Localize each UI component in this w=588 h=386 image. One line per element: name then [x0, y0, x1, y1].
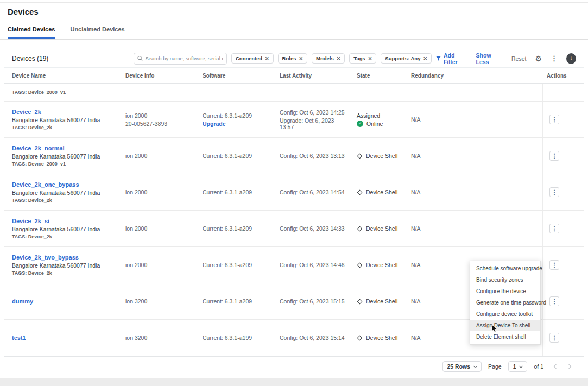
upgrade-link[interactable]: Upgrade	[203, 121, 271, 127]
software-cell: Current: 6.3.1-a209	[198, 211, 275, 246]
row-actions-kebab-icon[interactable]: ⋮	[549, 187, 559, 197]
filter-chip[interactable]: Tags ✕	[349, 53, 376, 64]
row-actions-kebab-icon[interactable]: ⋮	[549, 296, 559, 306]
device-name-link[interactable]: Device_2k_one_bypass	[12, 181, 113, 188]
device-model: ion 2000	[125, 262, 194, 268]
last-activity-cell: Config: Oct 6, 2023 14:46	[275, 247, 352, 283]
config-activity: Config: Oct 6, 2023 15:14	[280, 334, 348, 341]
column-header: Device Info	[121, 68, 198, 84]
toolbar-right: Add Filter Show Less Reset ⚙ ⋮ ↓	[436, 52, 576, 65]
filter-chip-label: Models	[316, 55, 334, 61]
device-shell-icon	[357, 335, 363, 340]
actions-cell: ⋮	[542, 84, 584, 101]
actions-cell: ⋮	[542, 283, 584, 319]
device-model: ion 3200	[125, 334, 194, 341]
page-select[interactable]: 1	[508, 361, 528, 372]
context-menu-item[interactable]: Generate one-time password	[470, 297, 540, 308]
device-name-link[interactable]: Device_2k	[12, 109, 113, 115]
settings-gear-icon[interactable]: ⚙	[535, 54, 542, 63]
row-actions-kebab-icon[interactable]: ⋮	[549, 333, 559, 343]
software-cell: Current: 6.3.1-a209	[198, 174, 275, 210]
tab[interactable]: Unclaimed Devices	[70, 26, 124, 39]
device-tags: TAGS: Device_2000_v1	[12, 161, 113, 167]
redundancy-cell: N/A	[407, 138, 542, 174]
page-label: Page	[488, 363, 502, 370]
chip-close-icon[interactable]: ✕	[423, 56, 427, 61]
state-badge: ✓ Device Shell	[357, 298, 402, 305]
device-model: ion 2000	[125, 153, 194, 159]
device-name-link[interactable]: Device_2k_si	[12, 218, 113, 224]
search-input[interactable]	[145, 55, 223, 61]
table-row: Device_2k Bangalore Karnataka 560077 Ind…	[4, 102, 584, 138]
next-page-icon[interactable]	[567, 364, 571, 369]
software-cell: Current: 6.3.1-a209 Upgrade	[198, 102, 275, 137]
row-actions-kebab-icon[interactable]: ⋮	[549, 260, 559, 270]
rows-per-page-select[interactable]: 25 Rows	[442, 361, 482, 372]
state-label: Device Shell	[366, 298, 397, 305]
mouse-cursor	[491, 325, 498, 333]
filter-chip[interactable]: Supports: Any ✕	[381, 53, 432, 64]
upgrade-activity: Upgrade: Oct 6, 2023 13:57	[280, 117, 348, 130]
device-shell-icon	[357, 226, 363, 231]
state-badge: ✓ Device Shell	[357, 225, 402, 232]
row-actions-kebab-icon[interactable]: ⋮	[549, 151, 559, 161]
last-activity-cell: Config: Oct 6, 2023 14:33	[275, 211, 352, 246]
config-activity: Config: Oct 6, 2023 14:25	[280, 109, 348, 116]
last-activity-cell	[275, 84, 352, 101]
row-actions-kebab-icon[interactable]: ⋮	[549, 224, 559, 233]
tab[interactable]: Claimed Devices	[8, 26, 55, 39]
search-box[interactable]	[134, 53, 227, 65]
tab-bar: Claimed DevicesUnclaimed Devices	[0, 26, 588, 40]
state-label: Device Shell	[366, 153, 397, 159]
chip-close-icon[interactable]: ✕	[265, 56, 269, 61]
prev-page-icon[interactable]	[554, 364, 558, 369]
software-cell	[198, 84, 275, 101]
context-menu-item[interactable]: Delete Element shell	[470, 331, 540, 343]
device-name-link[interactable]: dummy	[12, 298, 113, 305]
state-label: Device Shell	[366, 334, 397, 341]
filter-chip[interactable]: Connected ✕	[231, 53, 274, 64]
chevron-down-icon	[473, 364, 477, 368]
column-header: Redundancy	[407, 68, 542, 84]
context-menu-item[interactable]: Assign Device To shell	[470, 320, 540, 331]
context-menu-item[interactable]: Schedule software upgrade	[470, 263, 540, 274]
device-tags: TAGS: Device_2k	[12, 234, 113, 239]
device-info-cell: ion 2000	[121, 211, 198, 246]
show-less-button[interactable]: Show Less	[476, 52, 503, 65]
actions-cell: ⋮	[542, 247, 584, 283]
context-menu-item[interactable]: Bind security zones	[470, 274, 540, 286]
device-shell-icon	[357, 299, 363, 304]
filter-chip[interactable]: Roles ✕	[278, 53, 307, 64]
device-address: Bangalore Karnataka 560077 India	[12, 262, 113, 269]
last-activity-cell: Config: Oct 6, 2023 15:14	[275, 320, 352, 356]
redundancy-value: N/A	[411, 189, 538, 195]
state-label: Device Shell	[366, 225, 397, 232]
device-shell-icon	[357, 189, 363, 195]
chip-close-icon[interactable]: ✕	[337, 56, 341, 61]
software-current: Current: 6.3.1-a209	[203, 153, 271, 159]
filter-chip-label: Tags	[353, 55, 365, 61]
download-button[interactable]: ↓	[566, 53, 576, 64]
filter-chip-group: Connected ✕ Roles ✕ Models ✕ Tags ✕ Supp…	[231, 53, 432, 64]
filter-chip[interactable]: Models ✕	[312, 53, 345, 64]
device-name-cell: test1	[4, 320, 121, 356]
redundancy-cell: N/A	[407, 102, 542, 137]
device-name-link[interactable]: Device_2k_two_bypass	[12, 254, 113, 261]
add-filter-button[interactable]: Add Filter	[436, 52, 467, 65]
reset-button[interactable]: Reset	[511, 55, 526, 62]
row-actions-kebab-icon[interactable]: ⋮	[549, 115, 559, 124]
context-menu-item[interactable]: Configure the device	[470, 286, 540, 297]
context-menu-item[interactable]: Configure device toolkit	[470, 308, 540, 320]
top-divider	[0, 2, 588, 3]
actions-cell: ⋮	[542, 102, 584, 137]
filter-funnel-icon	[436, 56, 441, 61]
chip-close-icon[interactable]: ✕	[368, 56, 372, 61]
device-name-link[interactable]: Device_2k_normal	[12, 145, 113, 151]
software-current: Current: 6.3.1-a209	[203, 112, 271, 119]
device-info-cell: ion 2000	[121, 247, 198, 283]
table-options-kebab-icon[interactable]: ⋮	[551, 54, 558, 62]
device-tags: TAGS: Device_2k	[12, 270, 113, 276]
column-header: State	[352, 68, 407, 84]
device-name-link[interactable]: test1	[12, 334, 113, 341]
chip-close-icon[interactable]: ✕	[299, 56, 303, 61]
